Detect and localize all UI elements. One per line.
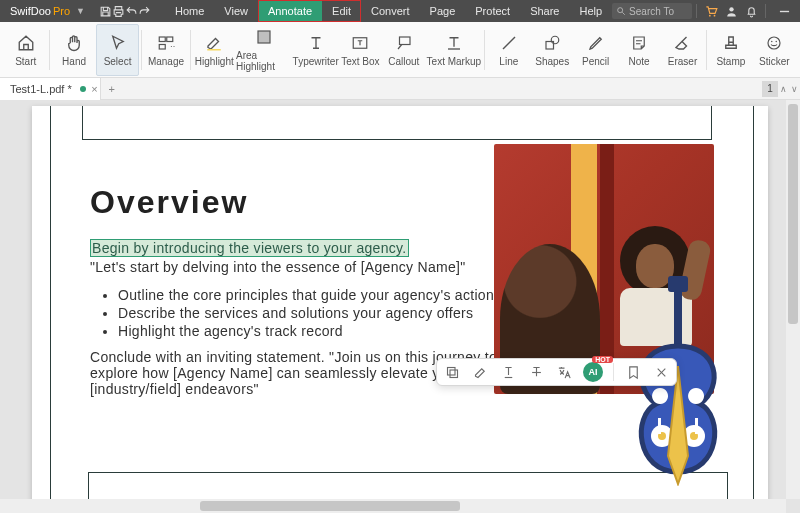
svg-rect-10 [167, 37, 173, 42]
add-tab-button[interactable]: + [101, 83, 123, 95]
cart-icon[interactable] [701, 4, 721, 18]
bookmark-icon[interactable] [624, 363, 642, 381]
tool-highlight[interactable]: Highlight [193, 24, 236, 76]
svg-line-18 [503, 37, 515, 49]
tool-label: Text Box [341, 56, 379, 67]
page-down-icon[interactable]: ∨ [789, 84, 800, 94]
tool-label: Select [104, 56, 132, 67]
tool-label: Manage [148, 56, 184, 67]
menu-home[interactable]: Home [165, 0, 214, 22]
home-icon [16, 33, 36, 53]
tool-select[interactable]: Select [96, 24, 140, 76]
tool-note[interactable]: Note [617, 24, 660, 76]
ai-button[interactable]: AIHOT [583, 362, 603, 382]
page-indicator: 1 ∧ ∨ [762, 81, 800, 97]
svg-rect-26 [668, 276, 688, 292]
svg-point-0 [618, 8, 623, 13]
callout-icon [394, 33, 414, 53]
window-minimize[interactable] [770, 0, 798, 22]
menu-label: View [224, 5, 248, 17]
tool-line[interactable]: Line [487, 24, 530, 76]
tool-label: Stamp [716, 56, 745, 67]
sticker-icon [764, 33, 784, 53]
scroll-thumb[interactable] [788, 104, 798, 324]
menu-label: Help [579, 5, 602, 17]
print-icon[interactable] [112, 5, 125, 18]
page-canvas[interactable]: Overview Begin by introducing the viewer… [32, 106, 768, 506]
tool-area-highlight[interactable]: Area Highlight [236, 24, 293, 76]
svg-point-2 [709, 15, 711, 17]
menu-help[interactable]: Help [569, 0, 612, 22]
menu-label: Home [175, 5, 204, 17]
hot-badge: HOT [592, 356, 613, 363]
svg-rect-16 [399, 37, 410, 45]
hand-icon [64, 33, 84, 53]
svg-point-20 [551, 36, 559, 44]
menu-view[interactable]: View [214, 0, 258, 22]
intro-text: "Let's start by delving into the essence… [90, 259, 510, 275]
tool-start[interactable]: Start [4, 24, 47, 76]
scroll-thumb[interactable] [200, 501, 460, 511]
svg-point-23 [768, 37, 780, 49]
page-number[interactable]: 1 [762, 81, 778, 97]
tab-close-icon[interactable]: × [91, 83, 97, 95]
tool-shapes[interactable]: Shapes [531, 24, 574, 76]
bell-icon[interactable] [741, 5, 761, 18]
stamp-icon [721, 33, 741, 53]
line-icon [499, 33, 519, 53]
menu-page[interactable]: Page [420, 0, 466, 22]
tool-label: Typewriter [293, 56, 339, 67]
save-icon[interactable] [99, 5, 112, 18]
text-underline-icon[interactable] [499, 363, 517, 381]
text-strikethrough-icon[interactable] [527, 363, 545, 381]
redo-icon[interactable] [138, 5, 151, 18]
search-input[interactable]: Search To [612, 3, 692, 19]
menu-convert[interactable]: Convert [361, 0, 420, 22]
vertical-scrollbar[interactable] [786, 100, 800, 499]
menu-share[interactable]: Share [520, 0, 569, 22]
menu-label: Edit [332, 5, 351, 17]
svg-rect-13 [208, 49, 222, 51]
tool-textbox[interactable]: Text Box [339, 24, 382, 76]
tool-text-markup[interactable]: Text Markup [426, 24, 483, 76]
tool-stamp[interactable]: Stamp [709, 24, 752, 76]
tool-typewriter[interactable]: Typewriter [293, 24, 339, 76]
app-dropdown-icon[interactable]: ▼ [76, 6, 85, 16]
menu-protect[interactable]: Protect [465, 0, 520, 22]
document-tab[interactable]: Test1-L.pdf * × [0, 78, 101, 100]
tool-label: Hand [62, 56, 86, 67]
tool-label: Start [15, 56, 36, 67]
tool-pencil[interactable]: Pencil [574, 24, 617, 76]
highlight-pen-icon[interactable] [471, 363, 489, 381]
app-suffix: Pro [53, 5, 70, 17]
tool-eraser[interactable]: Eraser [661, 24, 704, 76]
page-frame-top [82, 106, 712, 140]
tool-hand[interactable]: Hand [52, 24, 95, 76]
text-markup-icon [444, 33, 464, 53]
undo-icon[interactable] [125, 5, 138, 18]
page-up-icon[interactable]: ∧ [778, 84, 789, 94]
tool-manage[interactable]: ⋯Manage [144, 24, 187, 76]
tool-callout[interactable]: Callout [382, 24, 425, 76]
tool-label: Shapes [535, 56, 569, 67]
close-toolbar-icon[interactable] [652, 363, 670, 381]
horizontal-scrollbar[interactable] [0, 499, 786, 513]
menu-annotate[interactable]: Annotate [258, 0, 322, 22]
user-icon[interactable] [721, 5, 741, 18]
tool-label: Area Highlight [236, 50, 293, 72]
selection-toolbar: AIHOT [436, 358, 677, 386]
list-item: Highlight the agency's track record [118, 323, 510, 339]
search-icon [616, 6, 626, 16]
translate-icon[interactable] [555, 363, 573, 381]
copy-icon[interactable] [443, 363, 461, 381]
menu-label: Protect [475, 5, 510, 17]
svg-rect-33 [450, 370, 458, 378]
menubar: SwifDoo Pro ▼ Home View Annotate Edit Co… [0, 0, 800, 22]
svg-point-3 [714, 15, 716, 17]
tool-sticker[interactable]: Sticker [753, 24, 796, 76]
tool-label: Pencil [582, 56, 609, 67]
highlighted-text[interactable]: Begin by introducing the viewers to your… [90, 239, 409, 257]
menu-edit[interactable]: Edit [322, 0, 361, 22]
svg-text:⋯: ⋯ [170, 42, 175, 51]
manage-icon: ⋯ [156, 33, 176, 53]
